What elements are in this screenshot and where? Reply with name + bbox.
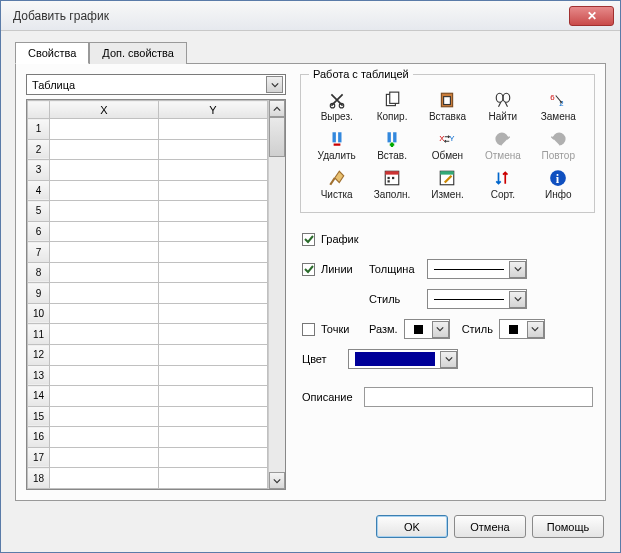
- table-row[interactable]: 2: [28, 139, 268, 160]
- row-header[interactable]: 16: [28, 427, 50, 448]
- row-header[interactable]: 4: [28, 180, 50, 201]
- description-input[interactable]: [364, 387, 593, 407]
- replace-button[interactable]: 62Замена: [534, 89, 582, 124]
- cell-x[interactable]: [50, 119, 159, 140]
- cell-x[interactable]: [50, 201, 159, 222]
- graph-checkbox[interactable]: [302, 233, 315, 246]
- table-row[interactable]: 1: [28, 119, 268, 140]
- scroll-down-icon[interactable]: [269, 472, 285, 489]
- row-header[interactable]: 15: [28, 406, 50, 427]
- table-row[interactable]: 5: [28, 201, 268, 222]
- row-header[interactable]: 7: [28, 242, 50, 263]
- copy-button[interactable]: Копир.: [368, 89, 416, 124]
- table-row[interactable]: 4: [28, 180, 268, 201]
- cell-y[interactable]: [159, 221, 268, 242]
- cell-x[interactable]: [50, 139, 159, 160]
- row-header[interactable]: 1: [28, 119, 50, 140]
- cell-y[interactable]: [159, 427, 268, 448]
- cell-y[interactable]: [159, 365, 268, 386]
- delete-button[interactable]: Удалить: [313, 128, 361, 163]
- row-header[interactable]: 6: [28, 221, 50, 242]
- table-row[interactable]: 11: [28, 324, 268, 345]
- cancel-button[interactable]: Отмена: [454, 515, 526, 538]
- table-row[interactable]: 9: [28, 283, 268, 304]
- row-header[interactable]: 5: [28, 201, 50, 222]
- cell-x[interactable]: [50, 242, 159, 263]
- cell-x[interactable]: [50, 447, 159, 468]
- table-row[interactable]: 3: [28, 160, 268, 181]
- cell-y[interactable]: [159, 283, 268, 304]
- cell-x[interactable]: [50, 303, 159, 324]
- cell-x[interactable]: [50, 345, 159, 366]
- cell-y[interactable]: [159, 201, 268, 222]
- cell-x[interactable]: [50, 180, 159, 201]
- tab-additional-properties[interactable]: Доп. свойства: [89, 42, 187, 64]
- row-header[interactable]: 9: [28, 283, 50, 304]
- row-header[interactable]: 10: [28, 303, 50, 324]
- points-checkbox[interactable]: [302, 323, 315, 336]
- cell-y[interactable]: [159, 119, 268, 140]
- scroll-track[interactable]: [269, 117, 285, 472]
- table-row[interactable]: 18: [28, 468, 268, 489]
- thickness-combo[interactable]: [427, 259, 527, 279]
- sort-button[interactable]: Сорт.: [479, 167, 527, 202]
- cell-x[interactable]: [50, 427, 159, 448]
- table-row[interactable]: 17: [28, 447, 268, 468]
- cell-x[interactable]: [50, 283, 159, 304]
- cell-y[interactable]: [159, 303, 268, 324]
- row-header[interactable]: 3: [28, 160, 50, 181]
- row-header[interactable]: 17: [28, 447, 50, 468]
- table-row[interactable]: 13: [28, 365, 268, 386]
- cell-y[interactable]: [159, 468, 268, 489]
- tab-properties[interactable]: Свойства: [15, 42, 89, 64]
- cell-x[interactable]: [50, 324, 159, 345]
- clean-button[interactable]: Чистка: [313, 167, 361, 202]
- row-header[interactable]: 2: [28, 139, 50, 160]
- help-button[interactable]: Помощь: [532, 515, 604, 538]
- pointsize-combo[interactable]: [404, 319, 450, 339]
- table-row[interactable]: 10: [28, 303, 268, 324]
- row-header[interactable]: 18: [28, 468, 50, 489]
- table-row[interactable]: 16: [28, 427, 268, 448]
- data-table[interactable]: X Y 123456789101112131415161718: [27, 100, 268, 489]
- modify-button[interactable]: Измен.: [423, 167, 471, 202]
- insert-button[interactable]: Встав.: [368, 128, 416, 163]
- pointstyle-combo[interactable]: [499, 319, 545, 339]
- table-row[interactable]: 7: [28, 242, 268, 263]
- swap-button[interactable]: XYОбмен: [423, 128, 471, 163]
- cell-y[interactable]: [159, 160, 268, 181]
- ok-button[interactable]: OK: [376, 515, 448, 538]
- scroll-thumb[interactable]: [269, 117, 285, 157]
- row-header[interactable]: 11: [28, 324, 50, 345]
- linestyle-combo[interactable]: [427, 289, 527, 309]
- lines-checkbox[interactable]: [302, 263, 315, 276]
- cell-y[interactable]: [159, 345, 268, 366]
- paste-button[interactable]: Вставка: [423, 89, 471, 124]
- vertical-scrollbar[interactable]: [268, 100, 285, 489]
- cut-button[interactable]: Вырез.: [313, 89, 361, 124]
- info-button[interactable]: iИнфо: [534, 167, 582, 202]
- table-row[interactable]: 6: [28, 221, 268, 242]
- row-header[interactable]: 8: [28, 262, 50, 283]
- cell-y[interactable]: [159, 324, 268, 345]
- table-row[interactable]: 12: [28, 345, 268, 366]
- color-combo[interactable]: [348, 349, 458, 369]
- cell-y[interactable]: [159, 242, 268, 263]
- cell-x[interactable]: [50, 406, 159, 427]
- row-header[interactable]: 12: [28, 345, 50, 366]
- cell-y[interactable]: [159, 262, 268, 283]
- table-row[interactable]: 15: [28, 406, 268, 427]
- scroll-up-icon[interactable]: [269, 100, 285, 117]
- find-button[interactable]: Найти: [479, 89, 527, 124]
- fill-button[interactable]: Заполн.: [368, 167, 416, 202]
- table-row[interactable]: 14: [28, 386, 268, 407]
- cell-y[interactable]: [159, 180, 268, 201]
- cell-y[interactable]: [159, 386, 268, 407]
- cell-y[interactable]: [159, 139, 268, 160]
- close-button[interactable]: ✕: [569, 6, 614, 26]
- cell-x[interactable]: [50, 262, 159, 283]
- row-header[interactable]: 13: [28, 365, 50, 386]
- row-header[interactable]: 14: [28, 386, 50, 407]
- table-row[interactable]: 8: [28, 262, 268, 283]
- source-dropdown[interactable]: Таблица: [26, 74, 286, 95]
